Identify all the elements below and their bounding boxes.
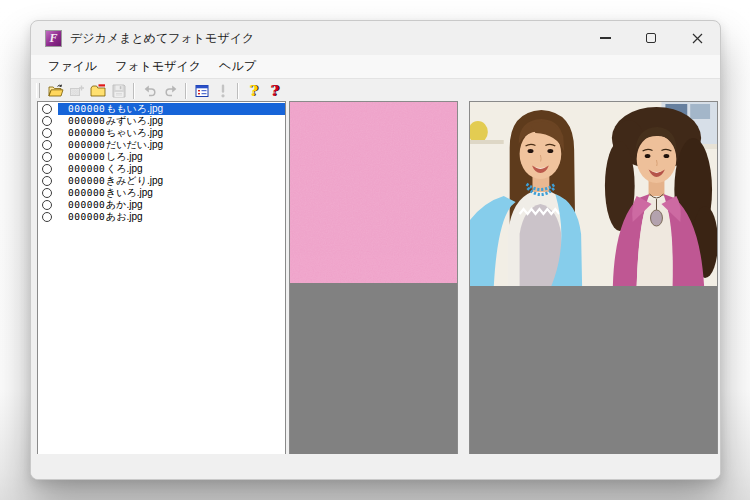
desktop-background: { "window": { "title": "デジカメまとめてフォトモザイク"…: [0, 0, 750, 500]
execute-exclamation-icon: [215, 83, 231, 99]
row-number: 000000: [68, 199, 102, 211]
file-list-row[interactable]: 000000あお.jpg: [38, 211, 285, 223]
row-filename: きみどり.jpg: [106, 175, 163, 187]
menubar: ファイルフォトモザイクヘルプ: [31, 55, 720, 79]
file-list-row[interactable]: 000000だいだい.jpg: [38, 139, 285, 151]
file-list-row[interactable]: 000000しろ.jpg: [38, 151, 285, 163]
statusbar: [31, 454, 720, 479]
row-number: 000000: [68, 115, 102, 127]
remove-folder-icon: [90, 83, 106, 99]
save-button: [108, 81, 129, 100]
row-number: 000000: [68, 163, 102, 175]
help-red-icon: ??: [267, 83, 283, 99]
svg-text:?: ?: [249, 83, 258, 99]
circle-status-icon: [42, 164, 52, 174]
row-highlight: 000000ちゃいろ.jpg: [58, 127, 285, 139]
row-filename: きいろ.jpg: [106, 187, 153, 199]
circle-status-icon: [42, 140, 52, 150]
content-area: 000000ももいろ.jpg000000みずいろ.jpg000000ちゃいろ.j…: [31, 101, 720, 456]
row-filename: あお.jpg: [106, 211, 143, 223]
circle-status-icon: [42, 176, 52, 186]
row-number: 000000: [68, 103, 102, 115]
row-filename: だいだい.jpg: [106, 139, 163, 151]
app-window: F デジカメまとめてフォトモザイク ファイルフォトモザイクヘルプ ???? 00…: [30, 20, 721, 480]
open-folder-button[interactable]: [45, 81, 66, 100]
open-folder-icon: [48, 83, 64, 99]
row-filename: ちゃいろ.jpg: [106, 127, 163, 139]
row-filename: ももいろ.jpg: [106, 103, 163, 115]
redo-icon: [163, 83, 179, 99]
app-icon: F: [45, 30, 62, 47]
maximize-icon: [646, 33, 656, 43]
row-number: 000000: [68, 211, 102, 223]
file-list-row[interactable]: 000000ももいろ.jpg: [38, 103, 285, 115]
toolbar-grip[interactable]: [36, 83, 40, 98]
row-filename: みずいろ.jpg: [106, 115, 163, 127]
help-yellow-button[interactable]: ??: [243, 81, 264, 100]
circle-status-icon: [42, 152, 52, 162]
redo-button: [160, 81, 181, 100]
save-icon: [111, 83, 127, 99]
undo-icon: [142, 83, 158, 99]
row-highlight: 000000きみどり.jpg: [58, 175, 285, 187]
properties-button[interactable]: [191, 81, 212, 100]
row-number: 000000: [68, 151, 102, 163]
toolbar-separator: [237, 83, 239, 99]
file-list-row[interactable]: 000000きみどり.jpg: [38, 175, 285, 187]
properties-icon: [194, 83, 210, 99]
file-list-row[interactable]: 000000みずいろ.jpg: [38, 115, 285, 127]
row-filename: くろ.jpg: [106, 163, 143, 175]
maximize-button[interactable]: [628, 21, 674, 55]
close-button[interactable]: [674, 21, 720, 55]
circle-status-icon: [42, 188, 52, 198]
row-filename: しろ.jpg: [106, 151, 143, 163]
circle-status-icon: [42, 104, 52, 114]
circle-status-icon: [42, 200, 52, 210]
help-yellow-icon: ??: [246, 83, 262, 99]
row-number: 000000: [68, 187, 102, 199]
toolbar: ????: [31, 79, 720, 102]
row-highlight: 000000あか.jpg: [58, 199, 285, 211]
mosaic-preview-panel: [469, 101, 718, 456]
file-list-row[interactable]: 000000きいろ.jpg: [38, 187, 285, 199]
menu-item-1[interactable]: フォトモザイク: [106, 55, 210, 78]
row-highlight: 000000くろ.jpg: [58, 163, 285, 175]
menu-item-0[interactable]: ファイル: [39, 55, 106, 78]
row-highlight: 000000あお.jpg: [58, 211, 285, 223]
window-controls: [582, 21, 720, 55]
tile-preview-image: [290, 102, 457, 283]
file-list-row[interactable]: 000000ちゃいろ.jpg: [38, 127, 285, 139]
tile-preview-panel: [289, 101, 458, 456]
help-red-button[interactable]: ??: [264, 81, 285, 100]
add-images-button: [66, 81, 87, 100]
execute-exclamation-button: [212, 81, 233, 100]
toolbar-separator: [133, 83, 135, 99]
mosaic-preview-photo: [470, 102, 717, 286]
minimize-icon: [600, 37, 611, 38]
file-list-row[interactable]: 000000くろ.jpg: [38, 163, 285, 175]
circle-status-icon: [42, 116, 52, 126]
titlebar[interactable]: F デジカメまとめてフォトモザイク: [31, 21, 720, 55]
add-images-icon: [69, 83, 85, 99]
toolbar-separator: [185, 83, 187, 99]
window-title: デジカメまとめてフォトモザイク: [70, 30, 254, 47]
tile-file-list[interactable]: 000000ももいろ.jpg000000みずいろ.jpg000000ちゃいろ.j…: [37, 101, 286, 456]
close-icon: [692, 33, 703, 44]
svg-text:?: ?: [270, 83, 279, 99]
row-highlight: 000000ももいろ.jpg: [58, 103, 285, 115]
file-list-row[interactable]: 000000あか.jpg: [38, 199, 285, 211]
remove-folder-button[interactable]: [87, 81, 108, 100]
circle-status-icon: [42, 212, 52, 222]
row-number: 000000: [68, 139, 102, 151]
menu-item-2[interactable]: ヘルプ: [210, 55, 265, 78]
row-filename: あか.jpg: [106, 199, 143, 211]
row-highlight: 000000だいだい.jpg: [58, 139, 285, 151]
undo-button: [139, 81, 160, 100]
row-highlight: 000000しろ.jpg: [58, 151, 285, 163]
row-highlight: 000000みずいろ.jpg: [58, 115, 285, 127]
row-number: 000000: [68, 127, 102, 139]
circle-status-icon: [42, 128, 52, 138]
minimize-button[interactable]: [582, 21, 628, 55]
row-number: 000000: [68, 175, 102, 187]
row-highlight: 000000きいろ.jpg: [58, 187, 285, 199]
